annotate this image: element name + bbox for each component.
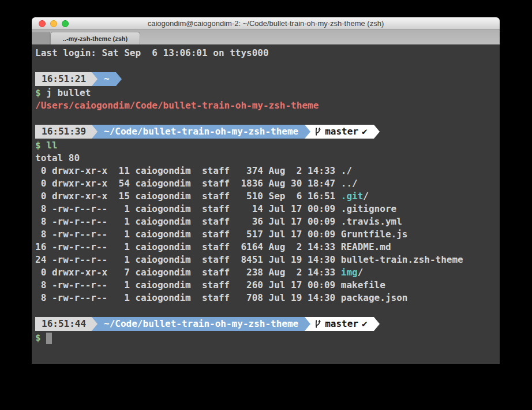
file-row: 0 drwxr-xr-x 7 caiogondim staff 238 Aug … — [35, 266, 500, 279]
git-branch-label: master — [325, 125, 358, 139]
list-total-line: total 80 — [35, 152, 500, 165]
powerline-arrow-icon — [305, 125, 310, 139]
prompt-symbol: $ — [35, 332, 41, 343]
minimize-button[interactable] — [50, 20, 57, 27]
close-button[interactable] — [39, 20, 46, 27]
zoom-button[interactable] — [62, 20, 69, 27]
command-text: j bullet — [46, 87, 91, 98]
file-name: Gruntfile.js — [341, 229, 408, 240]
git-branch-icon — [314, 127, 321, 136]
powerline-arrow-icon — [92, 125, 98, 139]
text-cursor — [46, 333, 52, 344]
terminal-screen[interactable]: Last login: Sat Sep 6 13:06:01 on ttys00… — [32, 44, 500, 364]
git-branch-label: master — [325, 317, 358, 331]
file-row: 8 -rw-r--r-- 1 caiogondim staff 36 Jul 1… — [35, 215, 500, 228]
git-branch-icon — [314, 319, 321, 329]
file-name: README.md — [341, 241, 391, 252]
powerline-arrow-icon — [92, 72, 98, 86]
git-status-icon: ✔ — [362, 317, 368, 331]
directory-name: .git — [341, 191, 364, 202]
blank-line — [35, 112, 500, 124]
command-line: $ j bullet — [35, 87, 500, 99]
blank-line — [35, 59, 500, 72]
tab-label: ..-my-zsh-theme (zsh) — [63, 35, 128, 42]
prompt-row: 16:51:39 ~/Code/bullet-train-oh-my-zsh-t… — [35, 124, 500, 139]
command-output-line: /Users/caiogondim/Code/bullet-train-oh-m… — [35, 99, 500, 112]
file-row: 8 -rw-r--r-- 1 caiogondim staff 14 Jul 1… — [35, 203, 500, 215]
command-text: ll — [46, 140, 57, 151]
file-name: makefile — [341, 279, 385, 290]
powerline-arrow-icon — [374, 317, 380, 331]
tab-zsh[interactable]: ..-my-zsh-theme (zsh) — [50, 32, 140, 44]
git-segment: master ✔ — [310, 125, 373, 139]
prompt-symbol: $ — [35, 87, 41, 98]
directory-segment: ~ — [98, 72, 116, 86]
prompt-symbol: $ — [35, 140, 41, 151]
file-name: .travis.yml — [341, 216, 402, 227]
file-name: ../ — [341, 178, 358, 189]
powerline-arrow-icon — [305, 317, 310, 331]
file-row: 16 -rw-r--r-- 1 caiogondim staff 6164 Au… — [35, 241, 500, 254]
file-row: 8 -rw-r--r-- 1 caiogondim staff 708 Jul … — [35, 292, 500, 304]
prompt-row: 16:51:21 ~ — [35, 72, 500, 87]
titlebar[interactable]: caiogondim@caiogondim-2: ~/Code/bullet-t… — [32, 17, 500, 30]
file-name: .gitignore — [341, 203, 396, 214]
file-name: ./ — [341, 165, 352, 176]
command-line: $ ll — [35, 139, 500, 152]
time-segment: 16:51:21 — [35, 72, 92, 86]
directory-segment: ~/Code/bullet-train-oh-my-zsh-theme — [98, 125, 305, 139]
traffic-lights — [39, 20, 69, 27]
file-row: 0 drwxr-xr-x 54 caiogondim staff 1836 Au… — [35, 177, 500, 190]
file-name: bullet-train.zsh-theme — [341, 254, 463, 265]
file-row: 8 -rw-r--r-- 1 caiogondim staff 260 Jul … — [35, 279, 500, 292]
blank-line — [35, 304, 500, 316]
prompt-row: 16:51:44 ~/Code/bullet-train-oh-my-zsh-t… — [35, 316, 500, 331]
window-title: caiogondim@caiogondim-2: ~/Code/bullet-t… — [32, 17, 500, 29]
directory-segment: ~/Code/bullet-train-oh-my-zsh-theme — [98, 317, 305, 331]
powerline-arrow-icon — [116, 72, 122, 86]
powerline-arrow-icon — [374, 125, 380, 139]
time-segment: 16:51:39 — [35, 125, 92, 139]
time-segment: 16:51:44 — [35, 317, 92, 331]
git-segment: master ✔ — [310, 317, 373, 331]
directory-name: img — [341, 267, 358, 278]
terminal-window: caiogondim@caiogondim-2: ~/Code/bullet-t… — [32, 17, 500, 364]
file-name: package.json — [341, 292, 408, 303]
file-row: 24 -rw-r--r-- 1 caiogondim staff 8451 Ju… — [35, 254, 500, 266]
tab-stub — [32, 32, 50, 44]
file-row: 8 -rw-r--r-- 1 caiogondim staff 517 Jul … — [35, 228, 500, 241]
file-row: 0 drwxr-xr-x 15 caiogondim staff 510 Sep… — [35, 190, 500, 203]
git-status-icon: ✔ — [362, 125, 368, 139]
powerline-arrow-icon — [92, 317, 98, 331]
input-line[interactable]: $ — [35, 331, 500, 344]
file-row: 0 drwxr-xr-x 11 caiogondim staff 374 Aug… — [35, 165, 500, 177]
last-login-line: Last login: Sat Sep 6 13:06:01 on ttys00… — [35, 47, 500, 59]
tab-bar: ..-my-zsh-theme (zsh) — [32, 30, 500, 44]
